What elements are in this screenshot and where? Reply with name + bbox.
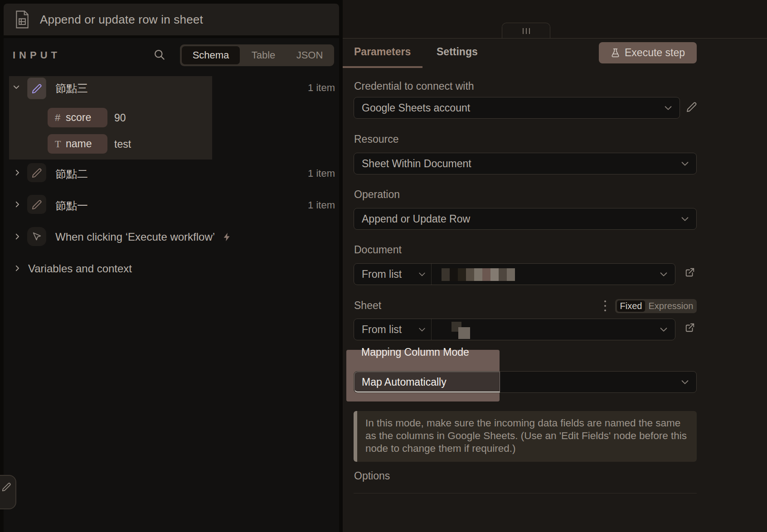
cursor-pointer-icon[interactable] xyxy=(27,227,46,246)
open-sheet-external-link-icon[interactable] xyxy=(685,323,695,333)
chevron-down-icon xyxy=(680,214,690,224)
chevron-down-icon xyxy=(680,159,690,169)
lightning-bolt-icon xyxy=(222,232,232,242)
redacted-sheet-value xyxy=(451,322,473,340)
credential-label: Credential to connect with xyxy=(354,80,474,92)
view-mode-tabs: Schema Table JSON xyxy=(180,44,334,66)
document-resource-locator[interactable]: From list xyxy=(354,263,675,285)
chevron-down-icon xyxy=(680,377,690,387)
input-panel-title: INPUT xyxy=(13,49,61,61)
drag-handle-bars-icon xyxy=(523,28,524,34)
flask-icon xyxy=(611,48,620,58)
chevron-down-icon xyxy=(659,324,669,334)
mapping-column-mode-select[interactable]: Map Automatically xyxy=(354,371,697,393)
sheet-resource-locator[interactable]: From list xyxy=(354,319,675,340)
tab-schema[interactable]: Schema xyxy=(182,46,240,64)
item-count: 1 item xyxy=(308,82,335,94)
field-pill-score[interactable]: # score xyxy=(48,108,107,127)
resource-label: Resource xyxy=(354,133,398,145)
open-document-external-link-icon[interactable] xyxy=(685,267,695,277)
tree-node-label[interactable]: 節點三 xyxy=(55,81,88,96)
document-mode-select[interactable]: From list xyxy=(354,264,432,285)
input-panel: INPUT Schema Table JSON 節點三 1 item # sco… xyxy=(4,38,339,532)
resource-select[interactable]: Sheet Within Document xyxy=(354,153,697,174)
sheet-mode-select[interactable]: From list xyxy=(354,319,432,340)
sheet-label: Sheet xyxy=(354,300,381,312)
node-header: Append or update row in sheet xyxy=(4,4,339,35)
tree-node-label[interactable]: 節點二 xyxy=(55,167,88,181)
document-label: Document xyxy=(354,244,402,256)
string-type-icon: T xyxy=(55,138,66,150)
assistant-floating-button[interactable] xyxy=(0,475,16,509)
chevron-right-icon[interactable] xyxy=(13,169,21,177)
node-title: Append or update row in sheet xyxy=(40,13,203,27)
field-key: name xyxy=(66,138,92,150)
search-icon[interactable] xyxy=(153,48,165,61)
toggle-expression[interactable]: Expression xyxy=(645,301,697,311)
mapping-mode-notice: In this mode, make sure the incoming dat… xyxy=(354,411,697,462)
node-pencil-icon[interactable] xyxy=(27,77,46,99)
notice-text: In this mode, make sure the incoming dat… xyxy=(365,417,688,455)
field-value: 90 xyxy=(114,112,126,124)
item-count: 1 item xyxy=(308,168,335,179)
operation-label: Operation xyxy=(354,189,400,201)
tab-table[interactable]: Table xyxy=(240,46,287,64)
toggle-fixed[interactable]: Fixed xyxy=(617,300,645,312)
google-sheets-file-icon xyxy=(15,10,30,29)
chevron-right-icon[interactable] xyxy=(13,232,21,241)
node-pencil-icon[interactable] xyxy=(27,195,46,214)
operation-select[interactable]: Append or Update Row xyxy=(354,208,697,230)
canvas-background xyxy=(343,0,767,38)
node-pencil-icon[interactable] xyxy=(27,163,46,182)
item-count: 1 item xyxy=(308,199,335,211)
fixed-expression-toggle[interactable]: Fixed Expression xyxy=(615,299,697,313)
field-value: test xyxy=(114,138,131,150)
number-type-icon: # xyxy=(55,112,66,124)
tab-json[interactable]: JSON xyxy=(287,46,332,64)
parameter-options-kebab-icon[interactable] xyxy=(604,300,606,311)
chevron-right-icon[interactable] xyxy=(13,200,21,208)
pencil-icon xyxy=(2,482,11,492)
parameters-panel: Parameters Settings Execute step Credent… xyxy=(343,38,767,532)
tab-settings[interactable]: Settings xyxy=(437,46,478,58)
chevron-down-icon[interactable] xyxy=(12,83,20,91)
panel-drag-handle[interactable] xyxy=(502,23,550,39)
options-label: Options xyxy=(354,470,390,482)
tree-node-label[interactable]: When clicking ‘Execute workflow’ xyxy=(55,231,215,243)
chevron-down-icon xyxy=(417,325,427,334)
credential-select[interactable]: Google Sheets account xyxy=(354,97,680,119)
variables-and-context-item[interactable]: Variables and context xyxy=(28,262,132,275)
options-divider xyxy=(354,493,697,493)
chevron-down-icon xyxy=(659,269,669,279)
execute-step-button[interactable]: Execute step xyxy=(599,42,697,63)
chevron-down-icon xyxy=(417,270,427,279)
edit-credential-pencil-icon[interactable] xyxy=(686,102,697,112)
chevron-down-icon xyxy=(663,103,673,113)
mapping-column-mode-label: Mapping Column Mode xyxy=(361,346,469,358)
n8n-node-details-view: Append or update row in sheet INPUT Sche… xyxy=(0,0,767,532)
tab-parameters[interactable]: Parameters xyxy=(354,46,411,58)
chevron-right-icon[interactable] xyxy=(13,264,21,272)
tree-node-label[interactable]: 節點一 xyxy=(55,198,88,213)
field-pill-name[interactable]: T name xyxy=(48,134,107,154)
redacted-document-value xyxy=(442,268,515,281)
field-key: score xyxy=(66,111,91,124)
active-tab-underline xyxy=(343,66,422,68)
